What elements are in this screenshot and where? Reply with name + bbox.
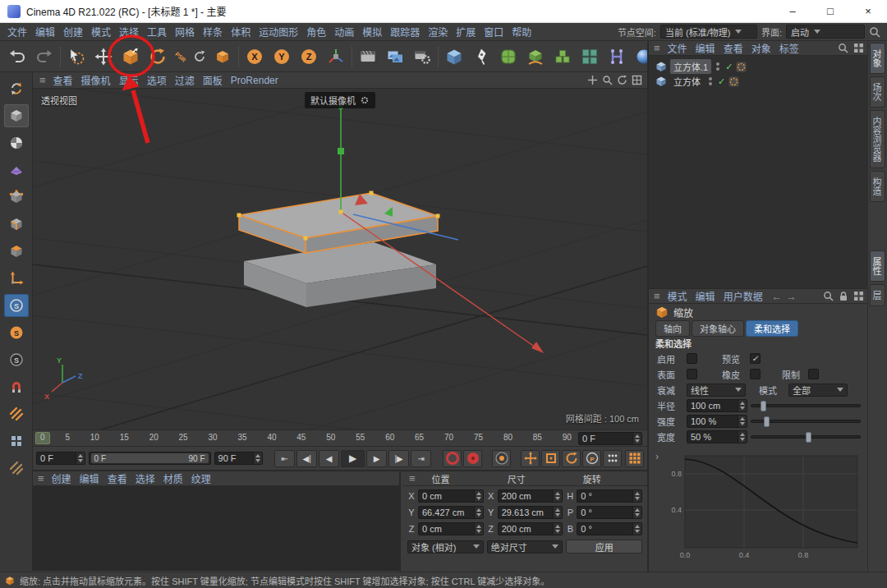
quantize-toggle-button[interactable] xyxy=(4,402,29,425)
enable-axis-button[interactable] xyxy=(4,267,29,290)
autokey-button[interactable] xyxy=(463,450,482,467)
close-button[interactable]: × xyxy=(849,0,887,22)
material-menu-item[interactable]: 编辑 xyxy=(76,471,103,485)
menu-item[interactable]: 动画 xyxy=(330,25,358,39)
minimize-button[interactable]: – xyxy=(774,0,811,22)
size-mode-dropdown[interactable]: 绝对尺寸 xyxy=(487,540,563,554)
record-parameter-toggle[interactable]: P xyxy=(582,450,601,467)
menu-item[interactable]: 选择 xyxy=(115,25,143,39)
redo-button[interactable] xyxy=(32,44,57,69)
attribute-grid-icon[interactable] xyxy=(853,291,864,301)
last-tool-button[interactable] xyxy=(191,44,208,69)
object-search-icon[interactable] xyxy=(838,43,848,53)
spinner[interactable] xyxy=(253,452,262,464)
psr-tool-button[interactable]: PSR xyxy=(172,44,189,69)
spinner[interactable] xyxy=(474,490,483,502)
spinner[interactable] xyxy=(76,452,85,464)
character-joint-button[interactable] xyxy=(604,44,629,69)
width-field[interactable]: 50 % xyxy=(687,430,747,443)
object-manager-menu-item[interactable]: 文件 xyxy=(664,41,692,55)
attribute-menu-item[interactable]: 用户数据 xyxy=(719,289,767,303)
material-menu-item[interactable]: 纹理 xyxy=(187,471,215,485)
object-name[interactable]: 立方体 xyxy=(670,74,704,89)
mograph-cloner-button[interactable] xyxy=(550,44,575,69)
keyframe-selection-button[interactable] xyxy=(492,450,511,467)
x-axis-lock-button[interactable]: X xyxy=(242,44,267,69)
object-list[interactable]: 立方体.1 ✓ 立方体 ✓ xyxy=(649,56,869,288)
object-manager-menu-icon[interactable]: ≡ xyxy=(650,42,664,54)
cube-object-selected[interactable] xyxy=(239,193,438,253)
attribute-menu-item[interactable]: 编辑 xyxy=(692,289,719,303)
current-frame-field[interactable]: 0 F xyxy=(578,432,642,445)
render-view-button[interactable] xyxy=(356,44,380,69)
viewport-menu-item[interactable]: 查看 xyxy=(49,73,77,87)
apply-button[interactable]: 应用 xyxy=(566,540,642,554)
enabled-check-icon[interactable]: ✓ xyxy=(718,76,725,87)
z-axis-lock-button[interactable]: Z xyxy=(296,44,321,69)
preview-range-slider[interactable]: 0 F90 F xyxy=(89,452,211,465)
enable-checkbox[interactable] xyxy=(687,353,697,364)
size-z-field[interactable]: 200 cm xyxy=(498,522,563,535)
spinner[interactable] xyxy=(553,490,562,502)
attribute-search-icon[interactable] xyxy=(823,291,834,301)
menu-item[interactable]: 样条 xyxy=(199,25,227,39)
menu-item[interactable]: 工具 xyxy=(143,25,171,39)
menu-item[interactable]: 窗口 xyxy=(480,25,508,39)
viewport-solo-hierarchy-button[interactable]: S xyxy=(4,348,29,371)
coordinate-system-button[interactable] xyxy=(324,44,348,69)
mode-dropdown[interactable]: 全部 xyxy=(788,384,848,397)
material-menu-item[interactable]: 创建 xyxy=(48,471,76,485)
search-icon[interactable] xyxy=(869,26,880,38)
spinner[interactable] xyxy=(738,400,747,411)
viewport-toggle-icon[interactable] xyxy=(632,75,642,85)
visibility-dots-icon[interactable] xyxy=(709,77,712,85)
object-name[interactable]: 立方体.1 xyxy=(670,59,711,74)
position-z-field[interactable]: 0 cm xyxy=(418,522,484,535)
object-row[interactable]: 立方体 ✓ xyxy=(649,74,869,89)
viewport-menu-item[interactable]: 显示 xyxy=(115,73,143,87)
viewport-zoom-icon[interactable] xyxy=(602,75,613,85)
make-editable-button[interactable] xyxy=(4,77,29,100)
scale-tool-button[interactable] xyxy=(118,44,143,69)
live-selection-button[interactable] xyxy=(64,44,89,69)
material-menu-item[interactable]: 查看 xyxy=(103,471,131,485)
material-menu-item[interactable]: 材质 xyxy=(159,471,187,485)
spinner[interactable] xyxy=(738,431,747,443)
polygons-mode-button[interactable] xyxy=(4,240,29,263)
add-cube-button[interactable] xyxy=(442,44,466,69)
menu-item[interactable]: 跟踪器 xyxy=(386,25,424,39)
undo-button[interactable] xyxy=(5,44,30,69)
frame-start-field[interactable]: 0 F xyxy=(36,452,85,465)
limit-checkbox[interactable] xyxy=(808,369,819,379)
radius-field[interactable]: 100 cm xyxy=(687,399,747,412)
radius-slider[interactable] xyxy=(751,404,861,407)
size-x-field[interactable]: 200 cm xyxy=(498,489,563,503)
spinner[interactable] xyxy=(553,507,562,518)
viewport-menu-item[interactable]: 选项 xyxy=(143,73,171,87)
falloff-curve[interactable]: 0.8 0.4 0.0 0.4 0.8 xyxy=(649,449,869,564)
attribute-menu-item[interactable]: 模式 xyxy=(664,289,692,303)
surface-checkbox[interactable] xyxy=(687,369,697,379)
transport-button[interactable]: ◀ xyxy=(319,450,339,467)
strength-field[interactable]: 100 % xyxy=(687,415,747,428)
cube-object[interactable] xyxy=(244,242,436,307)
viewport-menu-item[interactable]: 面板 xyxy=(199,73,227,87)
locked-workplane-button[interactable] xyxy=(4,457,29,480)
interface-dropdown[interactable]: 启动 xyxy=(786,25,865,39)
keyframe-mode-button[interactable] xyxy=(625,450,644,467)
transport-button[interactable]: |▶ xyxy=(388,450,409,467)
record-position-toggle[interactable] xyxy=(521,450,540,467)
rotation-b-field[interactable]: 0 ° xyxy=(577,522,642,535)
deformer-button[interactable] xyxy=(523,44,548,69)
y-axis-lock-button[interactable]: Y xyxy=(269,44,294,69)
viewport-menu-icon[interactable]: ≡ xyxy=(36,74,49,86)
strength-slider[interactable] xyxy=(751,420,861,423)
spinner[interactable] xyxy=(632,507,641,518)
viewport-solo-off-button[interactable]: S xyxy=(4,294,29,317)
position-y-field[interactable]: 66.427 cm xyxy=(418,506,484,519)
coordinate-mode-dropdown[interactable]: 对象 (相对) xyxy=(407,540,484,554)
spinner[interactable] xyxy=(474,507,483,518)
workplane-snap-button[interactable] xyxy=(4,430,29,452)
spinner[interactable] xyxy=(632,433,641,444)
rotate-tool-button[interactable] xyxy=(145,44,170,69)
